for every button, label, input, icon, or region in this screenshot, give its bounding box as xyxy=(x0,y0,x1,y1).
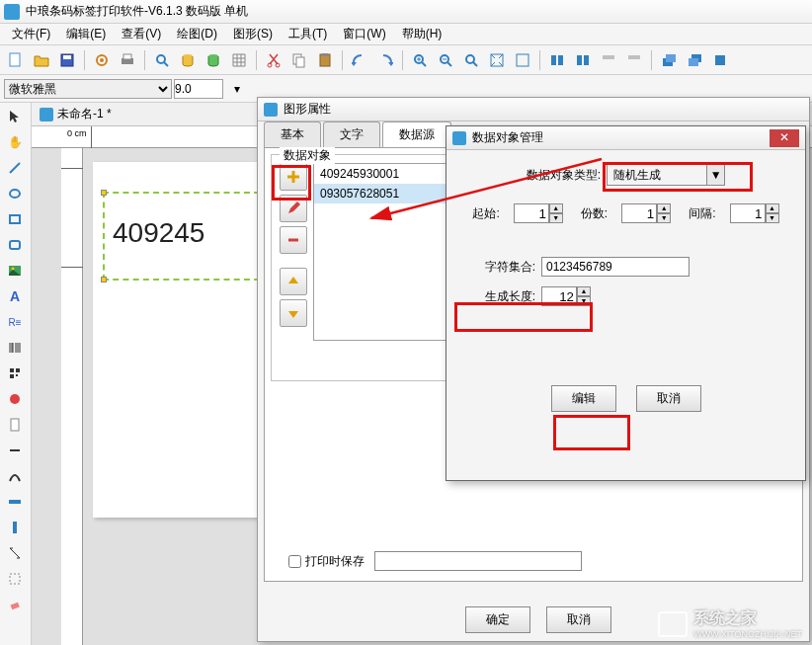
charset-input[interactable] xyxy=(541,257,690,277)
database2-button[interactable] xyxy=(202,48,225,72)
new-button[interactable] xyxy=(4,48,28,72)
moveup-button[interactable] xyxy=(280,268,307,295)
spin-up-icon[interactable]: ▲ xyxy=(766,203,779,213)
svg-point-49 xyxy=(10,394,20,404)
ok-button[interactable]: 确定 xyxy=(465,606,530,633)
zoomout-button[interactable] xyxy=(434,48,457,72)
prop-dialog-titlebar[interactable]: 图形属性 xyxy=(258,98,809,121)
spin-up-icon[interactable]: ▲ xyxy=(657,203,671,213)
handle-top-left[interactable] xyxy=(101,190,107,196)
zoomfit-button[interactable] xyxy=(485,48,509,72)
frame-tool[interactable] xyxy=(2,567,28,591)
cancel-button[interactable]: 取消 xyxy=(636,385,701,412)
copies-input[interactable] xyxy=(621,203,657,223)
ruler2-tool[interactable] xyxy=(2,516,28,539)
database-button[interactable] xyxy=(176,48,200,72)
spin-down-icon[interactable]: ▼ xyxy=(766,213,779,223)
spin-down-icon[interactable]: ▼ xyxy=(657,213,671,223)
line2-tool[interactable] xyxy=(2,439,28,462)
edit-button[interactable]: 编辑 xyxy=(551,385,616,412)
layer2-button[interactable] xyxy=(683,48,706,72)
fontsize-updown[interactable]: ▾ xyxy=(225,77,249,101)
ellipse-tool[interactable] xyxy=(2,182,28,205)
zoomin-button[interactable] xyxy=(408,48,432,72)
remove-data-button[interactable] xyxy=(280,226,307,254)
align1-button[interactable] xyxy=(545,48,569,72)
curve-tool[interactable] xyxy=(2,464,28,488)
layer1-button[interactable] xyxy=(657,48,681,72)
zoompage-button[interactable] xyxy=(511,48,534,72)
doc-tab[interactable]: 未命名-1 * xyxy=(57,106,112,122)
grid-button[interactable] xyxy=(227,48,251,72)
tab-text[interactable]: 文字 xyxy=(323,121,380,147)
qrcode-tool[interactable] xyxy=(2,362,28,385)
length-input[interactable] xyxy=(541,286,577,306)
tab-basic[interactable]: 基本 xyxy=(264,121,321,147)
sub-dialog-titlebar[interactable]: 数据对象管理 ✕ xyxy=(447,126,805,150)
layer3-button[interactable] xyxy=(708,48,732,72)
movedown-button[interactable] xyxy=(280,299,307,327)
doc-tool[interactable] xyxy=(2,413,28,437)
align3-button[interactable] xyxy=(597,48,620,72)
type-combo[interactable]: 随机生成 ▼ xyxy=(607,164,725,186)
print-save-checkbox[interactable] xyxy=(288,555,301,568)
cut-button[interactable] xyxy=(262,48,285,72)
undo-button[interactable] xyxy=(348,48,371,72)
print-save-input[interactable] xyxy=(374,551,582,571)
preview-button[interactable] xyxy=(150,48,174,72)
circle2-tool[interactable] xyxy=(2,387,28,411)
svg-rect-46 xyxy=(16,368,20,372)
align2-button[interactable] xyxy=(571,48,595,72)
spin-down-icon[interactable]: ▼ xyxy=(549,213,563,223)
menu-file[interactable]: 文件(F) xyxy=(4,24,58,44)
image-tool[interactable] xyxy=(2,259,28,282)
save-button[interactable] xyxy=(55,48,79,72)
rect-tool[interactable] xyxy=(2,207,28,231)
menu-window[interactable]: 窗口(W) xyxy=(335,24,393,44)
chevron-down-icon[interactable]: ▼ xyxy=(706,165,724,185)
zoom100-button[interactable] xyxy=(459,48,483,72)
open-button[interactable] xyxy=(30,48,53,72)
copy-button[interactable] xyxy=(287,48,311,72)
svg-line-8 xyxy=(164,62,168,66)
menu-view[interactable]: 查看(V) xyxy=(114,24,169,44)
start-input[interactable] xyxy=(514,203,549,223)
text-tool[interactable]: A xyxy=(2,284,28,308)
line-tool[interactable] xyxy=(2,156,28,180)
spin-down-icon[interactable]: ▼ xyxy=(577,296,591,306)
doc-icon xyxy=(40,108,53,121)
redo-button[interactable] xyxy=(373,48,397,72)
edit-data-button[interactable] xyxy=(280,195,307,222)
spin-up-icon[interactable]: ▲ xyxy=(577,286,591,296)
add-data-button[interactable] xyxy=(280,163,307,191)
richtext-tool[interactable]: R≡ xyxy=(2,310,28,334)
menu-shape[interactable]: 图形(S) xyxy=(225,24,281,44)
menu-edit[interactable]: 编辑(E) xyxy=(58,24,114,44)
menu-tool[interactable]: 工具(T) xyxy=(281,24,335,44)
eraser-tool[interactable] xyxy=(2,593,28,616)
spin-up-icon[interactable]: ▲ xyxy=(549,203,563,213)
pointer-tool[interactable] xyxy=(2,105,28,128)
gap-input[interactable] xyxy=(730,203,766,223)
hand-tool[interactable]: ✋ xyxy=(2,130,28,154)
barcode-tool[interactable] xyxy=(2,336,28,360)
svg-rect-2 xyxy=(63,55,71,59)
svg-rect-35 xyxy=(666,54,676,62)
close-button[interactable]: ✕ xyxy=(770,129,799,147)
window-titlebar: 中琅条码标签打印软件-V6.1.3 数码版 单机 xyxy=(0,0,812,24)
cancel-button[interactable]: 取消 xyxy=(546,606,611,633)
align4-button[interactable] xyxy=(622,48,646,72)
handle-bottom-left[interactable] xyxy=(101,277,107,282)
ruler-tool[interactable] xyxy=(2,490,28,514)
tab-datasource[interactable]: 数据源 xyxy=(382,121,451,147)
print-button[interactable] xyxy=(116,48,139,72)
settings-button[interactable] xyxy=(90,48,114,72)
roundrect-tool[interactable] xyxy=(2,233,28,257)
svg-rect-41 xyxy=(10,215,20,223)
menu-draw[interactable]: 绘图(D) xyxy=(169,24,225,44)
fontsize-input[interactable] xyxy=(174,79,223,99)
font-select[interactable]: 微软雅黑 xyxy=(4,79,172,99)
measure-tool[interactable] xyxy=(2,541,28,565)
menu-help[interactable]: 帮助(H) xyxy=(394,24,450,44)
paste-button[interactable] xyxy=(313,48,337,72)
